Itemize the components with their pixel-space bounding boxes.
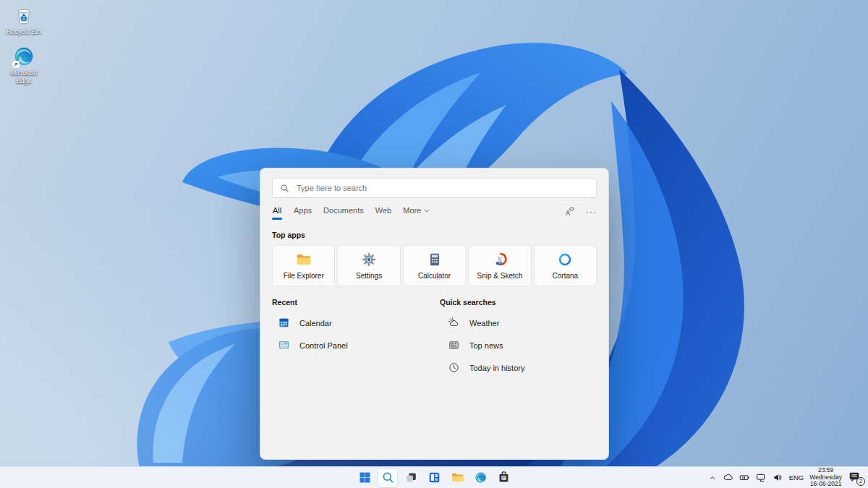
battery-icon[interactable]	[739, 472, 750, 483]
top-app-snip-sketch[interactable]: Snip & Sketch	[468, 245, 531, 286]
quick-search-label: Top news	[469, 341, 503, 350]
edge-icon	[474, 471, 488, 484]
quick-searches-label: Quick searches	[440, 298, 597, 307]
desktop-icon-recycle-bin[interactable]: Recycle Bin	[3, 4, 45, 35]
microsoft-store-icon	[497, 471, 511, 484]
ellipsis-icon[interactable]: ···	[586, 207, 597, 216]
taskbar-clock[interactable]: 23:59 Wednesday 16-06-2021	[809, 467, 842, 488]
windows-desktop: Recycle Bin Microsoft Edge	[0, 0, 868, 488]
widgets-icon	[427, 471, 441, 484]
quick-searches-section: Quick searches Weather	[440, 298, 597, 379]
calculator-icon	[427, 252, 443, 267]
task-view-icon	[404, 471, 418, 484]
file-explorer-icon	[296, 252, 312, 267]
news-icon	[448, 339, 460, 351]
tab-documents[interactable]: Documents	[323, 206, 364, 215]
onedrive-cloud-icon[interactable]	[723, 472, 733, 483]
weather-icon	[448, 317, 460, 329]
tab-all[interactable]: All	[272, 206, 282, 220]
recycle-bin-icon	[13, 4, 35, 26]
system-tray: ENG 23:59 Wednesday 16-06-2021 2	[708, 467, 864, 488]
active-tab-underline	[272, 218, 282, 220]
task-view-button[interactable]	[401, 468, 420, 487]
recent-section: Recent Calendar	[272, 298, 440, 379]
notification-count-badge: 2	[856, 477, 865, 486]
chevron-up-icon[interactable]	[708, 474, 717, 482]
search-header-actions: ···	[564, 206, 597, 217]
top-apps-grid: File Explorer Settings	[272, 245, 597, 286]
shortcut-arrow-badge	[12, 61, 20, 68]
windows-start-icon	[358, 471, 372, 484]
tab-apps[interactable]: Apps	[294, 206, 312, 215]
desktop-icon-label: Microsoft Edge	[4, 69, 44, 85]
start-button[interactable]	[355, 468, 374, 487]
quick-search-label: Today in history	[469, 364, 524, 372]
search-box[interactable]	[272, 178, 597, 198]
edge-button[interactable]	[471, 468, 490, 487]
search-panel: All Apps Documents Web More	[260, 168, 609, 460]
top-app-settings[interactable]: Settings	[337, 245, 400, 286]
store-button[interactable]	[494, 468, 513, 487]
taskbar-search-icon	[381, 471, 395, 484]
network-display-icon[interactable]	[756, 472, 767, 483]
account-options-icon[interactable]	[564, 206, 575, 217]
settings-icon	[361, 252, 377, 267]
notification-center-button[interactable]: 2	[848, 471, 864, 485]
cortana-icon	[557, 252, 573, 267]
clock-date: 16-06-2021	[809, 481, 842, 488]
desktop-icon-microsoft-edge[interactable]: Microsoft Edge	[3, 46, 45, 85]
search-icon	[280, 184, 289, 193]
top-app-calculator[interactable]: Calculator	[403, 245, 466, 286]
top-app-cortana[interactable]: Cortana	[534, 245, 597, 286]
quick-search-today-in-history[interactable]: Today in history	[440, 356, 597, 379]
widgets-button[interactable]	[425, 468, 443, 487]
quick-search-top-news[interactable]: Top news	[440, 334, 597, 356]
search-input[interactable]	[295, 183, 589, 193]
recent-item-label: Control Panel	[299, 341, 348, 350]
desktop-icon-area: Recycle Bin Microsoft Edge	[3, 4, 45, 95]
file-explorer-button[interactable]	[448, 468, 467, 487]
search-result-columns: Recent Calendar	[272, 298, 597, 379]
snip-sketch-icon	[492, 252, 508, 267]
top-app-file-explorer[interactable]: File Explorer	[272, 245, 335, 286]
search-filter-tabs: All Apps Documents Web More	[272, 206, 597, 220]
chevron-down-icon	[424, 209, 430, 213]
top-apps-section-label: Top apps	[272, 231, 597, 239]
file-explorer-icon	[451, 471, 464, 484]
language-indicator[interactable]: ENG	[789, 474, 804, 481]
quick-search-label: Weather	[469, 319, 499, 328]
recent-section-label: Recent	[272, 298, 440, 307]
speaker-icon[interactable]	[773, 472, 783, 483]
control-panel-icon	[278, 339, 290, 351]
recent-item-calendar[interactable]: Calendar	[272, 312, 440, 334]
desktop-icon-label: Recycle Bin	[7, 28, 41, 35]
taskbar: ENG 23:59 Wednesday 16-06-2021 2	[0, 466, 868, 488]
calendar-icon	[278, 317, 290, 329]
recent-item-label: Calendar	[299, 319, 332, 328]
tab-web[interactable]: Web	[375, 206, 391, 215]
recent-item-control-panel[interactable]: Control Panel	[272, 334, 440, 356]
search-button[interactable]	[378, 468, 397, 487]
edge-icon	[13, 46, 35, 67]
history-clock-icon	[448, 361, 460, 374]
tab-more[interactable]: More	[403, 206, 430, 215]
taskbar-center-buttons	[355, 467, 513, 488]
quick-search-weather[interactable]: Weather	[440, 312, 597, 334]
